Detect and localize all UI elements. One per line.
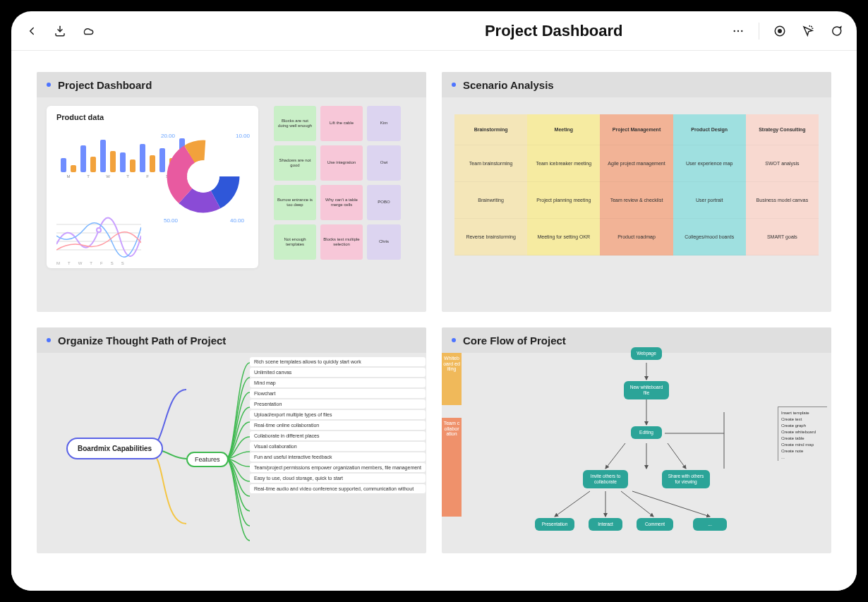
mindmap-leaf[interactable]: Real-time online collaboration	[250, 421, 426, 430]
table-header: Product Design	[673, 114, 746, 145]
sticky-note[interactable]: Blocks are not doing well enough	[274, 106, 316, 141]
table-cell[interactable]: SWOT analysis	[746, 145, 819, 182]
panel-header: Organize Thought Path of Project	[37, 327, 426, 353]
chat-icon[interactable]	[828, 23, 844, 39]
mindmap-leaf[interactable]: Collaborate in different places	[250, 431, 426, 440]
panel-project-dashboard[interactable]: Project Dashboard Product data MTWTFSS	[37, 72, 426, 312]
flowchart[interactable]: Whiteboard editing Team collaboration	[442, 353, 831, 553]
flow-node-share[interactable]: Share with others for viewing	[662, 470, 710, 488]
table-cell[interactable]: Project planning meeting	[527, 182, 600, 219]
panel-core-flow[interactable]: Core Flow of Project Whiteboard editing …	[442, 327, 831, 553]
table-cell[interactable]: Reverse brainstorming	[454, 219, 527, 255]
sticky-note[interactable]: Blocks text multiple selection	[320, 224, 363, 260]
table-cell[interactable]: SMART goals	[746, 219, 819, 255]
bullet-icon	[47, 83, 51, 87]
mindmap-leaf[interactable]: Visual collaboration	[250, 442, 426, 451]
mindmap-leaf[interactable]: Unlimited canvas	[250, 368, 426, 377]
sticky-note[interactable]: Not enough templates	[274, 224, 316, 260]
sticky-grid: Blocks are not doing well enoughLift the…	[274, 106, 401, 260]
table-header: Project Management	[600, 114, 673, 145]
table-header: Brainstorming	[454, 114, 527, 145]
mindmap-leaf[interactable]: Real-time audio and video conference sup…	[250, 484, 426, 493]
sticky-note[interactable]: Lift the cable	[320, 106, 363, 141]
svg-point-14	[187, 160, 219, 193]
flow-node-presentation[interactable]: Presentation	[535, 518, 574, 531]
table-cell[interactable]: Meeting for setting OKR	[527, 219, 600, 255]
flow-list-item: Create table	[781, 435, 827, 442]
sticky-note[interactable]: Owi	[367, 145, 401, 181]
cloud-icon[interactable]	[80, 23, 96, 39]
mindmap-leaf[interactable]: Presentation	[250, 399, 426, 409]
mindmap-leaf[interactable]: Flowchart	[250, 389, 426, 398]
svg-point-1	[737, 30, 739, 31]
table-cell[interactable]: Colleges/mood boards	[673, 219, 746, 255]
product-data-card[interactable]: Product data MTWTFSS MTWTFSS	[47, 106, 258, 268]
sticky-note[interactable]: Kim	[367, 106, 401, 141]
mindmap-leaf[interactable]: Rich scene templates allows to quickly s…	[250, 357, 426, 366]
sticky-note[interactable]: Chris	[367, 224, 401, 260]
bullet-icon	[452, 338, 456, 342]
table-cell[interactable]: Team review & checklist	[600, 182, 673, 219]
panel-scenario-analysis[interactable]: Scenario Analysis BrainstormingMeetingPr…	[442, 72, 831, 312]
table-cell[interactable]: Team brainstorming	[454, 145, 527, 182]
flow-node-editing[interactable]: Editing	[631, 426, 662, 439]
table-header: Strategy Consulting	[746, 114, 819, 145]
sticky-note[interactable]: POBO	[367, 185, 401, 220]
mindmap-branch-features[interactable]: Features	[186, 452, 229, 467]
bar	[120, 152, 126, 172]
donut-label-bl: 50.00	[164, 217, 178, 224]
panel-header: Scenario Analysis	[442, 72, 831, 97]
bar	[130, 159, 135, 172]
svg-point-2	[741, 30, 742, 31]
bar	[80, 145, 86, 172]
bullet-icon	[452, 83, 456, 87]
donut-label-tl: 20.00	[161, 133, 175, 139]
table-cell[interactable]: Business model canvas	[746, 182, 819, 219]
record-icon[interactable]	[772, 23, 788, 39]
flow-list-item: Insert template	[781, 410, 827, 416]
table-cell[interactable]: Product roadmap	[600, 219, 673, 255]
flow-node-webpage[interactable]: Webpage	[631, 347, 662, 360]
panel-title: Project Dashboard	[58, 79, 152, 91]
sticky-note[interactable]: Why can't a table merge cells	[320, 185, 363, 220]
mindmap[interactable]: Boardmix Capabilities Features Rich scen…	[45, 361, 418, 545]
bar	[90, 157, 96, 172]
more-icon[interactable]	[730, 23, 746, 39]
bar	[61, 158, 66, 172]
flow-node-comment[interactable]: Comment	[637, 518, 673, 531]
flow-stage-collab: Team collaboration	[442, 418, 462, 517]
donut-chart	[161, 134, 246, 219]
sticky-note[interactable]: Burrow entrance is too deep	[274, 185, 316, 220]
table-header: Meeting	[527, 114, 600, 145]
sticky-note[interactable]: Shadows are not good	[274, 145, 316, 181]
table-cell[interactable]: User experience map	[673, 145, 746, 182]
table-cell[interactable]: User portrait	[673, 182, 746, 219]
mindmap-root[interactable]: Boardmix Capabilities	[66, 438, 163, 459]
back-icon[interactable]	[24, 23, 40, 39]
flow-list-item: Create mind map	[781, 442, 827, 448]
svg-point-0	[734, 30, 735, 31]
bar	[140, 144, 145, 172]
table-cell[interactable]: Agile project management	[600, 145, 673, 182]
pointer-wand-icon[interactable]	[800, 23, 816, 39]
sticky-note[interactable]: Use integration	[320, 145, 363, 181]
table-cell[interactable]: Team icebreaker meeting	[527, 145, 600, 182]
table-cell[interactable]: Brainwriting	[454, 182, 527, 219]
line-chart-labels: MTWTFSS	[56, 261, 124, 265]
flow-node-more[interactable]: ...	[693, 518, 727, 531]
flow-node-invite[interactable]: Invite others to collaborate	[583, 470, 628, 488]
scenario-table: BrainstormingMeetingProject ManagementPr…	[454, 114, 819, 255]
flow-node-interact[interactable]: Interact	[589, 518, 622, 531]
panel-thought-path[interactable]: Organize Thought Path of Project Boardmi…	[37, 327, 426, 553]
svg-point-9	[97, 228, 101, 232]
download-icon[interactable]	[52, 23, 68, 39]
canvas[interactable]: Project Dashboard Product data MTWTFSS	[11, 51, 857, 591]
mindmap-leaf[interactable]: Upload/export multiple types of files	[250, 410, 426, 419]
mindmap-leaf[interactable]: Mind map	[250, 378, 426, 387]
mindmap-leaf[interactable]: Team/project permissions empower organiz…	[250, 463, 426, 472]
mindmap-leaf[interactable]: Easy to use, cloud storage, quick to sta…	[250, 474, 426, 483]
card-title: Product data	[56, 113, 248, 121]
mindmap-leaf[interactable]: Fun and useful interactive feedback	[250, 452, 426, 462]
flow-list-item: Create graph	[781, 423, 827, 429]
flow-node-new-file[interactable]: New whiteboard file	[624, 381, 669, 399]
